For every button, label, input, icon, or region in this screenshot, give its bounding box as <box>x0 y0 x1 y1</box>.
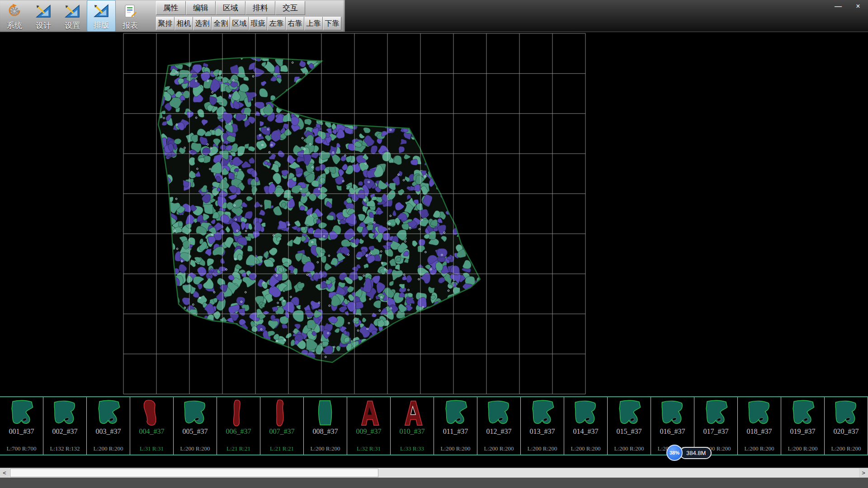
piece-lr-count: L:21 R:21 <box>270 445 294 452</box>
piece-thumbnail[interactable]: 005_#37L:200 R:200 <box>174 397 217 455</box>
piece-label: 010_#37 <box>400 427 425 436</box>
tool-select-cut[interactable]: 选割 <box>193 17 212 30</box>
progress-percent-badge: 38% <box>666 445 683 461</box>
tool-cluster-nest[interactable]: 聚排 <box>156 17 175 30</box>
menu-properties[interactable]: 属性 <box>156 1 186 15</box>
piece-image <box>220 399 258 427</box>
toolbar-button-label: 系统 <box>7 21 22 30</box>
piece-image <box>176 399 214 427</box>
piece-thumbnail[interactable]: 011_#37L:200 R:200 <box>434 397 477 455</box>
piece-thumbnail[interactable]: 004_#37L:31 R:31 <box>130 397 174 455</box>
menu-interact[interactable]: 交互 <box>275 1 305 15</box>
hide-nesting-view <box>0 32 868 396</box>
tool-defect[interactable]: 瑕疵 <box>249 17 267 30</box>
toolbar-button-report[interactable]: 报表 <box>116 0 145 32</box>
piece-thumbnail[interactable]: 006_#37L:21 R:21 <box>217 397 260 455</box>
minimize-button[interactable]: — <box>832 1 844 11</box>
toolbar-button-layout[interactable]: 排版 <box>87 0 116 32</box>
piece-image <box>524 399 561 427</box>
piece-image <box>133 399 171 427</box>
toolbar-button-system[interactable]: 系统 <box>0 0 29 32</box>
piece-image <box>393 399 431 427</box>
piece-lr-count: L:200 R:200 <box>310 445 340 452</box>
piece-thumbnail[interactable]: 007_#37L:21 R:21 <box>260 397 304 455</box>
toolbar-button-settings[interactable]: 设置 <box>58 0 87 32</box>
toolbar-button-label: 排版 <box>94 21 109 30</box>
piece-image <box>307 399 344 427</box>
report-icon <box>123 2 138 21</box>
piece-image <box>350 399 388 427</box>
piece-label: 002_#37 <box>52 427 78 436</box>
horizontal-scrollbar[interactable]: < > <box>0 468 868 478</box>
piece-thumbnail[interactable]: 018_#37L:200 R:200 <box>738 397 781 455</box>
piece-lr-count: L:132 R:132 <box>50 445 80 452</box>
piece-thumbnail[interactable]: 003_#37L:200 R:200 <box>87 397 130 455</box>
piece-lr-count: L:200 R:200 <box>440 445 470 452</box>
toolbar-button-label: 报表 <box>123 21 138 30</box>
piece-thumbnail[interactable]: 001_#37L:700 R:700 <box>0 397 43 455</box>
close-button[interactable]: × <box>852 1 864 11</box>
piece-lr-count: L:200 R:200 <box>93 445 123 452</box>
piece-image <box>90 399 127 427</box>
piece-thumbnail[interactable]: 020_#37L:200 R:200 <box>825 397 868 455</box>
menu-tab-row: 属性 编辑 区域 排料 交互 <box>156 1 305 15</box>
piece-thumbnail[interactable]: 014_#37L:200 R:200 <box>564 397 608 455</box>
piece-label: 007_#37 <box>269 427 295 436</box>
piece-thumbnail[interactable]: 019_#37L:200 R:200 <box>781 397 825 455</box>
tool-button-row: 聚排 相机 选割 全割 区域 瑕疵 左靠 右靠 上靠 下靠 <box>156 17 341 30</box>
piece-lr-count: L:200 R:200 <box>180 445 210 452</box>
window-controls: — × <box>832 1 864 11</box>
piece-label: 005_#37 <box>183 427 208 436</box>
piece-image <box>437 399 475 427</box>
piece-label: 011_#37 <box>443 427 468 436</box>
main-mode-buttons: 系统 设计 设置 <box>0 0 145 32</box>
memory-usage-label: 384.8M <box>679 447 712 459</box>
piece-lr-count: L:32 R:31 <box>357 445 381 452</box>
toolbar-button-label: 设计 <box>36 21 51 30</box>
menu-edit[interactable]: 编辑 <box>186 1 216 15</box>
tool-cut-all[interactable]: 全割 <box>212 17 230 30</box>
piece-label: 020_#37 <box>834 427 859 436</box>
piece-image <box>263 399 301 427</box>
piece-label: 017_#37 <box>703 427 729 436</box>
piece-image <box>827 399 865 427</box>
piece-thumbnail[interactable]: 002_#37L:132 R:132 <box>43 397 87 455</box>
menu-region[interactable]: 区域 <box>216 1 245 15</box>
piece-image <box>46 399 84 427</box>
piece-lr-count: L:200 R:200 <box>831 445 861 452</box>
piece-image <box>567 399 605 427</box>
nesting-canvas[interactable] <box>0 32 868 396</box>
memory-status-badge: 38% 384.8M <box>666 445 712 461</box>
scroll-right-arrow[interactable]: > <box>859 468 868 478</box>
layout-icon <box>93 1 109 20</box>
piece-lr-count: L:31 R:31 <box>140 445 164 452</box>
piece-lr-count: L:700 R:700 <box>6 445 36 452</box>
piece-image <box>610 399 648 427</box>
piece-thumbnail[interactable]: 009_#37L:32 R:31 <box>347 397 391 455</box>
menu-nesting[interactable]: 排料 <box>245 1 275 15</box>
top-toolbar: 系统 设计 设置 <box>0 0 868 32</box>
tool-snap-bottom[interactable]: 下靠 <box>323 17 341 30</box>
piece-lr-count: L:200 R:200 <box>744 445 774 452</box>
tool-camera[interactable]: 相机 <box>175 17 193 30</box>
piece-thumbnail[interactable]: 012_#37L:200 R:200 <box>477 397 521 455</box>
piece-lr-count: L:21 R:21 <box>226 445 250 452</box>
piece-lr-count: L:200 R:200 <box>484 445 514 452</box>
piece-thumbnail[interactable]: 013_#37L:200 R:200 <box>521 397 564 455</box>
settings-icon <box>64 2 80 21</box>
piece-label: 015_#37 <box>617 427 642 436</box>
piece-image <box>784 399 822 427</box>
tool-snap-right[interactable]: 右靠 <box>286 17 304 30</box>
piece-label: 006_#37 <box>226 427 251 436</box>
toolbar-button-design[interactable]: 设计 <box>29 0 58 32</box>
tool-region[interactable]: 区域 <box>230 17 249 30</box>
scrollbar-thumb[interactable] <box>10 469 378 477</box>
piece-thumbnail[interactable]: 015_#37L:200 R:200 <box>608 397 651 455</box>
tool-snap-top[interactable]: 上靠 <box>304 17 323 30</box>
piece-lr-count: L:200 R:200 <box>571 445 600 452</box>
piece-thumbnail[interactable]: 010_#37L:33 R:33 <box>391 397 434 455</box>
scroll-left-arrow[interactable]: < <box>0 468 9 478</box>
tool-snap-left[interactable]: 左靠 <box>267 17 286 30</box>
piece-thumbnail[interactable]: 008_#37L:200 R:200 <box>304 397 347 455</box>
piece-image <box>697 399 735 427</box>
